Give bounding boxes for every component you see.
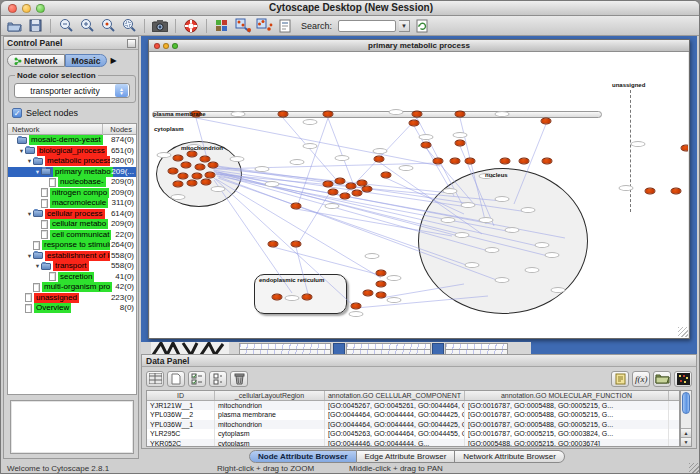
tree-row[interactable]: cell communicat22(0) xyxy=(8,230,136,241)
network-node[interactable] xyxy=(181,162,192,169)
network-node[interactable] xyxy=(208,162,219,169)
tree-row[interactable]: nucleobase-209(0) xyxy=(8,177,136,188)
tree-row[interactable]: Overview8(0) xyxy=(8,303,136,314)
network-node[interactable] xyxy=(376,281,387,288)
tree-row[interactable]: mosaic-demo-yeast874(0) xyxy=(8,135,136,146)
network-overview-panel[interactable] xyxy=(10,400,134,454)
column-header[interactable]: ID xyxy=(147,391,215,400)
network-node[interactable] xyxy=(192,173,203,180)
column-header[interactable]: annotation.GO CELLULAR_COMPONENT xyxy=(325,391,465,400)
search-input[interactable] xyxy=(338,20,396,32)
table-row[interactable]: YPL036W__1mitochondrion[GO:0044464, GO:0… xyxy=(147,420,679,429)
scrollbar-thumb[interactable] xyxy=(682,392,690,414)
zoom-out-icon[interactable] xyxy=(57,18,75,34)
network-node[interactable] xyxy=(173,181,184,188)
help-icon[interactable] xyxy=(182,18,200,34)
tree-expander-icon[interactable]: ▼ xyxy=(18,148,25,154)
network-edge[interactable] xyxy=(356,296,488,308)
network-node[interactable] xyxy=(351,303,362,310)
new-attribute-icon[interactable] xyxy=(167,371,185,387)
network-node[interactable] xyxy=(376,270,387,277)
network-node[interactable] xyxy=(450,158,461,165)
network-node[interactable] xyxy=(433,158,444,165)
select-nodes-checkbox[interactable]: ✓ xyxy=(12,108,22,118)
import-folder-icon[interactable] xyxy=(653,371,671,387)
tree-row[interactable]: ▼transport558(0) xyxy=(8,261,136,272)
layout-network-icon[interactable] xyxy=(234,18,252,34)
network-node[interactable] xyxy=(173,155,184,162)
scroll-up-icon[interactable]: ▲ xyxy=(681,428,691,437)
window-resize-grip[interactable] xyxy=(689,463,699,473)
network-node[interactable] xyxy=(542,158,553,165)
mosaic-icon[interactable] xyxy=(213,18,231,34)
tree-expander-icon[interactable]: ▼ xyxy=(26,158,33,164)
network-node[interactable] xyxy=(671,188,682,195)
network-edge[interactable] xyxy=(296,209,452,236)
network-node[interactable] xyxy=(272,294,283,301)
network-node[interactable] xyxy=(302,294,313,301)
refresh-network-icon[interactable] xyxy=(413,18,431,34)
tree-row[interactable]: ▼establishment of lo558(0) xyxy=(8,251,136,262)
network-view-window[interactable]: primary metabolic process plasma membran… xyxy=(148,39,690,339)
tree-row[interactable]: nitrogen compo209(0) xyxy=(8,188,136,199)
network-node[interactable] xyxy=(455,140,466,147)
network-node[interactable] xyxy=(205,172,216,179)
tree-row[interactable]: ▼biological_process651(0) xyxy=(8,146,136,157)
network-node[interactable] xyxy=(409,120,420,127)
network-view-titlebar[interactable]: primary metabolic process xyxy=(149,40,689,52)
table-icon[interactable] xyxy=(146,371,164,387)
table-row[interactable]: YLR295Ccytoplasm[GO:0045263, GO:0044464,… xyxy=(147,429,679,438)
network-edge[interactable] xyxy=(273,247,380,275)
network-node[interactable] xyxy=(178,173,189,180)
matrix-icon[interactable] xyxy=(674,371,692,387)
tree-expander-icon[interactable]: ▼ xyxy=(34,169,41,175)
combo-stepper-icon[interactable]: ▲▼ xyxy=(115,84,128,97)
float-panel-icon[interactable] xyxy=(127,39,136,48)
tab-edge-attribute-browser[interactable]: Edge Attribute Browser xyxy=(357,450,456,463)
network-edge[interactable] xyxy=(213,177,356,308)
save-icon[interactable] xyxy=(26,18,44,34)
tab-network[interactable]: Network xyxy=(7,54,65,67)
zoom-fit-icon[interactable] xyxy=(120,18,138,34)
network-edge[interactable] xyxy=(381,284,464,298)
network-node[interactable] xyxy=(381,172,392,179)
tree-row[interactable]: secretion41(0) xyxy=(8,272,136,283)
tree-expander-icon[interactable]: ▼ xyxy=(26,211,33,217)
network-node[interactable] xyxy=(187,180,198,187)
network-node[interactable] xyxy=(465,158,476,165)
network-node[interactable] xyxy=(278,111,289,118)
tree-row[interactable]: ▼primary metabo209(... xyxy=(8,167,136,178)
scroll-down-icon[interactable]: ▼ xyxy=(681,437,691,446)
tree-expander-icon[interactable]: ▼ xyxy=(26,253,33,259)
table-row[interactable]: YJR121W__1mitochondrion[GO:0045267, GO:0… xyxy=(147,401,679,410)
table-row[interactable]: YKR052Ccytoplasm[GO:0044446, GO:0044444,… xyxy=(147,439,679,447)
network-edge[interactable] xyxy=(296,247,308,294)
snapshot-icon[interactable] xyxy=(151,18,169,34)
tab-node-attribute-browser[interactable]: Node Attribute Browser xyxy=(249,450,357,463)
network-node[interactable] xyxy=(455,111,466,118)
network-edge[interactable] xyxy=(514,124,546,204)
network-node[interactable] xyxy=(376,292,387,299)
network-node[interactable] xyxy=(323,111,334,118)
network-edge[interactable] xyxy=(426,148,474,204)
network-node[interactable] xyxy=(340,193,351,200)
formula-icon[interactable]: f(x) xyxy=(632,371,650,387)
network-node[interactable] xyxy=(352,190,363,197)
unselect-attributes-icon[interactable] xyxy=(209,371,227,387)
network-node[interactable] xyxy=(335,178,346,185)
tree-row[interactable]: ▼cellular process614(0) xyxy=(8,209,136,220)
column-header[interactable]: _cellularLayoutRegion xyxy=(215,391,325,400)
node-color-combo[interactable]: transporter activity ▲▼ xyxy=(14,83,130,98)
tree-row[interactable]: macromolecule311(0) xyxy=(8,198,136,209)
network-node[interactable] xyxy=(374,156,385,163)
network-node[interactable] xyxy=(363,290,374,297)
network-node[interactable] xyxy=(645,188,656,195)
network-node[interactable] xyxy=(187,151,198,158)
zoom-selected-icon[interactable] xyxy=(99,18,117,34)
layout-nodes-icon[interactable] xyxy=(255,18,273,34)
network-node[interactable] xyxy=(168,168,179,175)
network-node[interactable] xyxy=(421,142,432,149)
select-attributes-icon[interactable] xyxy=(188,371,206,387)
network-node[interactable] xyxy=(541,118,552,125)
tree-row[interactable]: unassigned223(0) xyxy=(8,293,136,304)
